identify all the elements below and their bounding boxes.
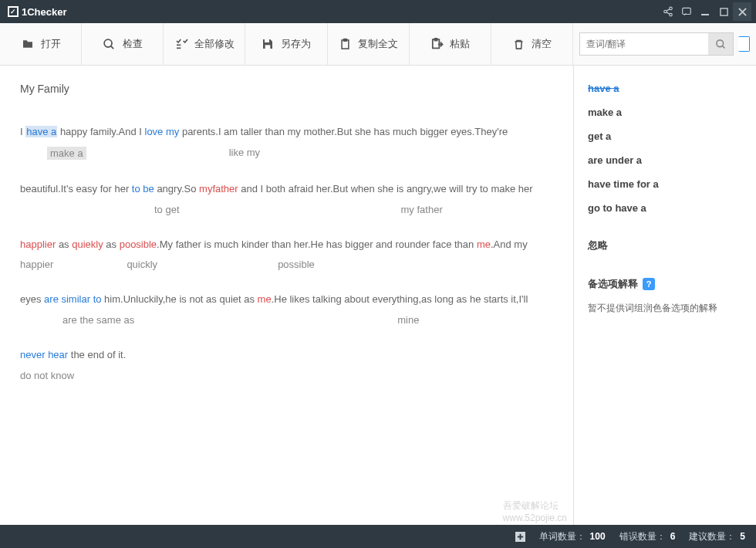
text-line[interactable]: eyes are similar to him.Unluckily,he is … [20, 292, 553, 308]
correction-suggestion[interactable]: make a [47, 147, 86, 160]
svg-point-10 [104, 39, 112, 47]
editor[interactable]: My Family I have a happy family.And I lo… [0, 66, 573, 525]
correction-suggestion[interactable]: possible [278, 259, 315, 270]
app-logo: ✓ 1Checker [8, 6, 67, 18]
correction-suggestion[interactable]: my father [401, 204, 443, 215]
titlebar: ✓ 1Checker [0, 0, 756, 23]
svg-rect-5 [683, 8, 691, 14]
error-count: 错误数量：6 [619, 530, 676, 543]
suggestion-item[interactable]: have a [588, 76, 742, 100]
statusbar: 单词数量：100 错误数量：6 建议数量：5 [0, 525, 756, 548]
suggestion-highlight[interactable]: never hear [20, 349, 68, 360]
correction-row: do not know [20, 370, 553, 381]
toolbar: 打开 检查 全部修改 另存为 复制全文 粘贴 清空 [0, 23, 756, 66]
feedback-icon[interactable] [677, 2, 696, 21]
maximize-button[interactable] [714, 2, 733, 21]
svg-point-1 [664, 10, 667, 13]
error-highlight[interactable]: myfather [199, 183, 238, 195]
clear-button[interactable]: 清空 [491, 23, 573, 65]
search-input[interactable] [580, 33, 708, 55]
ignore-button[interactable]: 忽略 [588, 232, 742, 259]
svg-point-0 [670, 7, 673, 9]
svg-point-20 [716, 39, 723, 46]
correction-row: are the same asmine [20, 314, 553, 326]
correction-suggestion[interactable]: like my [229, 147, 260, 160]
checklist-icon [174, 37, 188, 51]
help-icon[interactable]: ? [643, 278, 655, 290]
text-segment: angry.So [154, 183, 199, 195]
suggestion-item[interactable]: have time for a [588, 172, 742, 196]
error-highlight[interactable]: me [258, 293, 272, 305]
text-segment: as [103, 238, 120, 250]
suggestion-highlight[interactable]: have a [25, 126, 57, 137]
text-line[interactable]: happlier as quiekly as poosible.My fathe… [20, 237, 553, 253]
text-line[interactable]: never hear the end of it. [20, 347, 553, 364]
save-as-button[interactable]: 另存为 [245, 23, 327, 65]
error-highlight[interactable]: happlier [20, 238, 56, 250]
svg-rect-17 [343, 39, 346, 41]
toggle-switch[interactable] [738, 36, 750, 52]
paste-button[interactable]: 粘贴 [410, 23, 491, 65]
text-segment: happy family.And I [57, 126, 144, 137]
clipboard-icon [338, 37, 352, 51]
document-body: I have a happy family.And I love my pare… [20, 124, 553, 381]
suggestion-item[interactable]: go to have a [588, 196, 742, 220]
app-name: 1Checker [22, 6, 67, 18]
text-segment: eyes [20, 293, 44, 305]
suggestion-item[interactable]: get a [588, 124, 742, 148]
suggestion-highlight[interactable]: to be [132, 183, 154, 195]
main-area: My Family I have a happy family.And I lo… [0, 66, 756, 525]
text-line[interactable]: beautiful.It's easy for her to be angry.… [20, 181, 553, 198]
search-button[interactable] [708, 33, 733, 55]
minimize-button[interactable] [696, 2, 714, 21]
text-segment: and I both afraid her.But when she is an… [238, 183, 533, 195]
save-icon [261, 37, 275, 51]
open-button[interactable]: 打开 [0, 23, 82, 65]
correction-row: happierquicklypossiblemine [20, 259, 553, 270]
check-button[interactable]: 检查 [82, 23, 164, 65]
search-icon [103, 37, 116, 51]
apply-all-button[interactable]: 全部修改 [164, 23, 245, 65]
logo-icon: ✓ [8, 6, 19, 17]
text-segment: parents.I am taller than my mother.But s… [179, 126, 508, 137]
text-segment: .My father is much kinder than her.He ha… [157, 238, 477, 250]
svg-rect-7 [720, 8, 727, 15]
text-segment: .And my [491, 238, 528, 250]
close-button[interactable] [733, 2, 751, 21]
correction-row: to getmy father [20, 204, 553, 215]
text-segment: .He likes talking about everything,as lo… [272, 293, 528, 305]
correction-suggestion[interactable]: are the same as [62, 314, 134, 326]
copy-all-button[interactable]: 复制全文 [328, 23, 410, 65]
text-segment: as [56, 238, 72, 250]
text-segment: beautiful.It's easy for her [20, 183, 132, 195]
paste-icon [430, 37, 444, 51]
text-segment: him.Unluckily,he is not as quiet as [102, 293, 258, 305]
svg-line-3 [667, 9, 670, 11]
correction-suggestion[interactable]: do not know [20, 370, 74, 381]
suggestion-item[interactable]: are under a [588, 148, 742, 172]
folder-icon [21, 37, 35, 51]
svg-point-2 [670, 13, 673, 16]
suggestion-item[interactable]: make a [588, 100, 742, 124]
expand-button[interactable] [515, 532, 525, 542]
error-highlight[interactable]: me [477, 238, 491, 250]
share-icon[interactable] [659, 2, 677, 21]
search-box [579, 32, 734, 56]
correction-suggestion[interactable]: happier [20, 259, 53, 270]
text-line[interactable]: I have a happy family.And I love my pare… [20, 124, 553, 140]
suggestion-highlight[interactable]: are similar to [44, 293, 101, 305]
error-highlight[interactable]: quiekly [72, 238, 103, 250]
word-count: 单词数量：100 [539, 530, 606, 543]
watermark: 吾爱破解论坛 www.52pojie.cn [503, 499, 567, 523]
svg-rect-14 [265, 39, 269, 42]
suggestion-highlight[interactable]: love my [145, 126, 180, 137]
correction-row: make alike my [20, 147, 553, 160]
correction-suggestion[interactable]: quickly [127, 259, 157, 270]
correction-suggestion[interactable]: to get [154, 204, 180, 215]
error-highlight[interactable]: poosible [120, 238, 157, 250]
explain-title: 备选项解释 ? [588, 271, 742, 297]
document-title: My Family [20, 83, 553, 95]
correction-suggestion[interactable]: mine [397, 314, 419, 326]
text-segment: the end of it. [68, 349, 126, 360]
svg-line-4 [667, 12, 670, 14]
